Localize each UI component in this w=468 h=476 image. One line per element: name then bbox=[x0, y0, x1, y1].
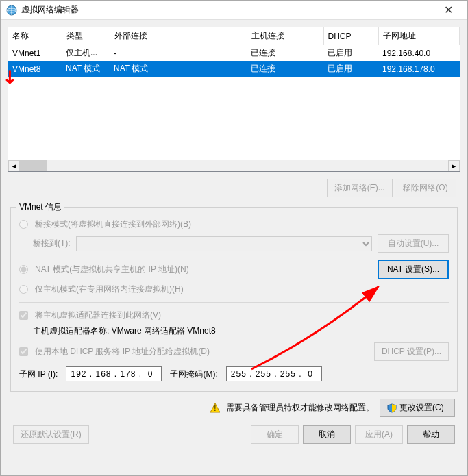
scroll-thumb[interactable] bbox=[20, 160, 47, 171]
bridge-to-row: 桥接到(T): 自动设置(U)... bbox=[33, 234, 449, 253]
subnet-row: 子网 IP (I): 子网掩码(M): bbox=[19, 366, 449, 381]
table-row-selected[interactable]: VMnet8 NAT 模式 NAT 模式 已连接 已启用 192.168.178… bbox=[8, 61, 460, 77]
col-ext[interactable]: 外部连接 bbox=[110, 27, 247, 45]
remove-network-button[interactable]: 移除网络(O) bbox=[395, 179, 456, 197]
dhcp-checkbox[interactable] bbox=[19, 347, 28, 356]
apply-button[interactable]: 应用(A) bbox=[355, 425, 403, 444]
cell-ext: NAT 模式 bbox=[110, 61, 247, 77]
scroll-left-icon[interactable]: ◄ bbox=[8, 160, 20, 171]
dhcp-settings-button[interactable]: DHCP 设置(P)... bbox=[374, 342, 449, 361]
col-host[interactable]: 主机连接 bbox=[247, 27, 323, 45]
auto-settings-button[interactable]: 自动设置(U)... bbox=[378, 234, 449, 253]
connect-adapter-label: 将主机虚拟适配器连接到此网络(V) bbox=[35, 310, 161, 321]
bridge-label: 桥接模式(将虚拟机直接连接到外部网络)(B) bbox=[35, 218, 191, 230]
nat-label: NAT 模式(与虚拟机共享主机的 IP 地址)(N) bbox=[35, 264, 189, 275]
bridge-radio-row: 桥接模式(将虚拟机直接连接到外部网络)(B) bbox=[19, 218, 449, 230]
table-buttons-row: 添加网络(E)... 移除网络(O) bbox=[12, 179, 456, 197]
svg-text:!: ! bbox=[214, 405, 217, 412]
titlebar: 虚拟网络编辑器 ✕ bbox=[1, 1, 467, 20]
cell-subnet: 192.168.178.0 bbox=[378, 61, 460, 77]
hostonly-radio-row: 仅主机模式(在专用网络内连接虚拟机)(H) bbox=[19, 284, 449, 295]
subnet-mask-label: 子网掩码(M): bbox=[170, 368, 217, 380]
subnet-ip-label: 子网 IP (I): bbox=[19, 368, 58, 380]
help-button[interactable]: 帮助 bbox=[407, 425, 455, 444]
cell-type: 仅主机... bbox=[62, 45, 110, 62]
scroll-right-icon[interactable]: ► bbox=[448, 160, 460, 171]
adapter-name-text: 主机虚拟适配器名称: VMware 网络适配器 VMnet8 bbox=[33, 325, 449, 337]
add-network-button[interactable]: 添加网络(E)... bbox=[327, 179, 393, 197]
hostonly-radio[interactable] bbox=[19, 285, 28, 294]
cell-dhcp: 已启用 bbox=[323, 61, 378, 77]
separator bbox=[19, 302, 449, 303]
horizontal-scrollbar[interactable]: ◄ ► bbox=[8, 160, 460, 171]
table-row[interactable]: VMnet1 仅主机... - 已连接 已启用 192.168.40.0 bbox=[8, 45, 460, 62]
col-type[interactable]: 类型 bbox=[62, 27, 110, 45]
col-subnet[interactable]: 子网地址 bbox=[378, 27, 460, 45]
admin-warning-text: 需要具备管理员特权才能修改网络配置。 bbox=[226, 402, 374, 414]
warning-icon: ! bbox=[210, 403, 221, 414]
connect-adapter-checkbox[interactable] bbox=[19, 311, 28, 320]
virtual-network-editor-window: 虚拟网络编辑器 ✕ ↘ 名称 类型 外部连接 主机连接 DHCP 子网地址 bbox=[0, 0, 468, 476]
bridge-to-label: 桥接到(T): bbox=[33, 238, 71, 249]
cell-host: 已连接 bbox=[247, 45, 323, 62]
cell-dhcp: 已启用 bbox=[323, 45, 378, 62]
admin-warning-row: ! 需要具备管理员特权才能修改网络配置。 更改设置(C) bbox=[13, 399, 455, 417]
close-button[interactable]: ✕ bbox=[434, 3, 462, 16]
network-table-container: ↘ 名称 类型 外部连接 主机连接 DHCP 子网地址 VMnet1 bbox=[8, 27, 460, 172]
bridge-to-select[interactable] bbox=[76, 236, 372, 251]
nat-settings-button[interactable]: NAT 设置(S)... bbox=[378, 260, 449, 279]
cell-type: NAT 模式 bbox=[62, 61, 110, 77]
cancel-button[interactable]: 取消 bbox=[303, 425, 351, 444]
ok-button[interactable]: 确定 bbox=[251, 425, 299, 444]
network-table: 名称 类型 外部连接 主机连接 DHCP 子网地址 VMnet1 仅主机... … bbox=[8, 27, 460, 77]
cell-name: VMnet1 bbox=[8, 45, 62, 62]
restore-default-button[interactable]: 还原默认设置(R) bbox=[13, 425, 89, 444]
fieldset-legend: VMnet 信息 bbox=[16, 201, 64, 213]
app-icon bbox=[6, 5, 17, 16]
change-settings-label: 更改设置(C) bbox=[399, 402, 444, 414]
footer-buttons: 还原默认设置(R) 确定 取消 应用(A) 帮助 bbox=[8, 423, 460, 449]
hostonly-label: 仅主机模式(在专用网络内连接虚拟机)(H) bbox=[35, 284, 184, 295]
subnet-ip-input[interactable] bbox=[66, 366, 162, 381]
cell-ext: - bbox=[110, 45, 247, 62]
vmnet-info-fieldset: VMnet 信息 桥接模式(将虚拟机直接连接到外部网络)(B) 桥接到(T): … bbox=[10, 207, 458, 392]
col-dhcp[interactable]: DHCP bbox=[323, 27, 378, 45]
window-title: 虚拟网络编辑器 bbox=[21, 4, 434, 16]
shield-icon bbox=[387, 403, 397, 413]
cell-subnet: 192.168.40.0 bbox=[378, 45, 460, 62]
col-name[interactable]: 名称 bbox=[8, 27, 62, 45]
subnet-mask-input[interactable] bbox=[226, 366, 322, 381]
nat-radio-row: NAT 模式(与虚拟机共享主机的 IP 地址)(N) NAT 设置(S)... bbox=[19, 260, 449, 279]
dhcp-row: 使用本地 DHCP 服务将 IP 地址分配给虚拟机(D) DHCP 设置(P).… bbox=[19, 342, 449, 361]
nat-radio[interactable] bbox=[19, 265, 28, 274]
scroll-track[interactable] bbox=[47, 160, 448, 171]
connect-adapter-row: 将主机虚拟适配器连接到此网络(V) bbox=[19, 310, 449, 321]
change-settings-button[interactable]: 更改设置(C) bbox=[380, 399, 455, 417]
bridge-radio[interactable] bbox=[19, 220, 28, 229]
content-area: ↘ 名称 类型 外部连接 主机连接 DHCP 子网地址 VMnet1 bbox=[1, 20, 467, 456]
dhcp-label: 使用本地 DHCP 服务将 IP 地址分配给虚拟机(D) bbox=[35, 346, 210, 358]
cell-host: 已连接 bbox=[247, 61, 323, 77]
